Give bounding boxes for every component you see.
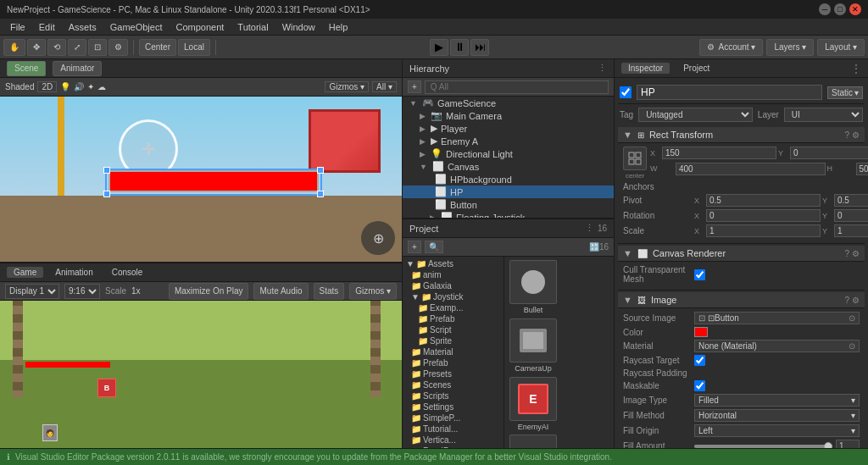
menu-window[interactable]: Window bbox=[275, 20, 322, 34]
menu-file[interactable]: File bbox=[3, 20, 32, 34]
asset-enemybul[interactable]: # EnemyBul... bbox=[508, 435, 559, 448]
fill-amount-thumb[interactable] bbox=[824, 442, 832, 449]
scene-fx-icon[interactable]: ✦ bbox=[87, 82, 94, 91]
component-help-icon[interactable]: ? bbox=[844, 130, 849, 140]
tab-animation[interactable]: Animation bbox=[48, 267, 99, 278]
hierarchy-item-floatingjoystick[interactable]: ▶ ⬜ Floating Joystick bbox=[403, 211, 614, 218]
menu-assets[interactable]: Assets bbox=[62, 20, 103, 34]
project-tree-presets[interactable]: 📁 Presets bbox=[403, 368, 504, 379]
tag-dropdown[interactable]: Untagged bbox=[638, 108, 753, 122]
project-options-icon[interactable]: ⋮ bbox=[585, 223, 594, 234]
scene-shaded-dropdown[interactable]: Shaded bbox=[5, 82, 34, 91]
local-button[interactable]: Local bbox=[178, 39, 210, 56]
project-tree-anim[interactable]: 📁 anim bbox=[403, 269, 504, 280]
hand-tool-button[interactable]: ✋ bbox=[3, 39, 25, 56]
hierarchy-add-button[interactable]: + bbox=[408, 80, 421, 93]
project-add-button[interactable]: + bbox=[408, 241, 421, 253]
hierarchy-item-enemya[interactable]: ▶ ▶ Enemy A bbox=[403, 135, 614, 147]
scene-all-dropdown[interactable]: All ▾ bbox=[372, 81, 397, 92]
rot-x-input[interactable] bbox=[706, 209, 821, 222]
move-tool-button[interactable]: ✥ bbox=[27, 39, 46, 56]
asset-enemyai[interactable]: E EnemyAI bbox=[508, 377, 559, 432]
canvas-renderer-header[interactable]: ▼ ⬜ Canvas Renderer ? ⚙ bbox=[618, 246, 865, 262]
menu-component[interactable]: Component bbox=[169, 20, 231, 34]
scale-tool-button[interactable]: ⤢ bbox=[68, 39, 86, 56]
image-help-icon[interactable]: ? bbox=[844, 296, 849, 305]
color-swatch[interactable] bbox=[694, 327, 708, 337]
hierarchy-item-canvas[interactable]: ▼ ⬜ Canvas bbox=[403, 160, 614, 173]
tab-animator[interactable]: Animator bbox=[53, 61, 102, 76]
project-tree-prefab[interactable]: 📁 Prefab bbox=[403, 313, 504, 324]
source-image-target-icon[interactable]: ⊙ bbox=[849, 313, 855, 323]
fill-amount-slider[interactable] bbox=[694, 440, 860, 448]
scale-x-input[interactable] bbox=[706, 224, 821, 237]
object-name-field[interactable] bbox=[637, 85, 822, 100]
project-tree-assets[interactable]: ▼ 📁 Assets bbox=[403, 258, 504, 269]
rect-tool-button[interactable]: ⊡ bbox=[88, 39, 107, 56]
asset-cameraup[interactable]: CameraUp bbox=[508, 318, 559, 374]
account-button[interactable]: ⚙Account ▾ bbox=[699, 39, 763, 56]
maximize-button[interactable]: □ bbox=[834, 3, 846, 15]
component-settings-icon[interactable]: ⚙ bbox=[852, 130, 860, 140]
rect-transform-header[interactable]: ▼ ⊞ Rect Transform ? ⚙ bbox=[618, 127, 865, 143]
tab-scene[interactable]: Scene bbox=[7, 61, 46, 76]
pivot-x-input[interactable] bbox=[706, 194, 821, 207]
cull-checkbox[interactable] bbox=[694, 269, 705, 280]
inspector-options-icon[interactable]: ⋮ bbox=[851, 63, 861, 75]
fill-method-dropdown[interactable]: Horizontal ▾ bbox=[694, 409, 860, 422]
hierarchy-search-input[interactable] bbox=[425, 80, 609, 94]
menu-help[interactable]: Help bbox=[322, 20, 355, 34]
canvas-renderer-help-icon[interactable]: ? bbox=[844, 249, 849, 258]
layer-dropdown[interactable]: UI bbox=[784, 108, 863, 122]
pos-x-input[interactable] bbox=[662, 147, 776, 159]
hierarchy-item-hpbackground[interactable]: ⬜ HPbackground bbox=[403, 173, 614, 185]
static-dropdown-icon[interactable]: ▾ bbox=[854, 88, 859, 97]
fill-amount-input[interactable] bbox=[836, 440, 860, 448]
rot-y-input[interactable] bbox=[834, 209, 868, 222]
project-tree-settings[interactable]: 📁 Settings bbox=[403, 401, 504, 412]
play-button[interactable]: ▶ bbox=[430, 39, 448, 56]
scene-light-icon[interactable]: 💡 bbox=[60, 82, 70, 91]
scene-sky-icon[interactable]: ☁ bbox=[97, 82, 106, 91]
stats-button[interactable]: Stats bbox=[314, 283, 345, 300]
project-tree-joystick[interactable]: ▼ 📁 Joystick bbox=[403, 291, 504, 302]
mute-audio-button[interactable]: Mute Audio bbox=[253, 283, 308, 300]
menu-gameobject[interactable]: GameObject bbox=[103, 20, 170, 34]
fill-origin-dropdown[interactable]: Left ▾ bbox=[694, 424, 860, 437]
project-tree-simplep[interactable]: 📁 SimpleP... bbox=[403, 412, 504, 423]
hierarchy-item-maincamera[interactable]: ▶ 📷 Main Camera bbox=[403, 109, 614, 122]
scene-2d-btn[interactable]: 2D bbox=[37, 81, 57, 92]
resolution-select[interactable]: 9:16 bbox=[64, 284, 100, 299]
layout-button[interactable]: Layout ▾ bbox=[817, 39, 865, 56]
project-search-button[interactable]: 🔍 bbox=[425, 241, 443, 253]
hierarchy-item-directionallight[interactable]: ▶ 💡 Directional Light bbox=[403, 147, 614, 160]
transform-tool-button[interactable]: ⚙ bbox=[108, 39, 128, 56]
pause-button[interactable]: ⏸ bbox=[450, 39, 469, 56]
project-tree-scripts[interactable]: 📁 Scripts bbox=[403, 390, 504, 401]
scene-audio-icon[interactable]: 🔊 bbox=[74, 82, 84, 91]
pos-y-input[interactable] bbox=[790, 147, 868, 159]
hierarchy-item-player[interactable]: ▶ ▶ Player bbox=[403, 122, 614, 135]
project-tree-tutorial[interactable]: 📁 Tutorial... bbox=[403, 423, 504, 435]
tab-console[interactable]: Console bbox=[105, 267, 150, 278]
hierarchy-item-button[interactable]: ⬜ Button bbox=[403, 198, 614, 211]
raycast-checkbox[interactable] bbox=[694, 355, 705, 366]
scale-y-input[interactable] bbox=[834, 224, 868, 237]
maximize-on-play-button[interactable]: Maximize On Play bbox=[169, 283, 249, 300]
scene-gizmos-dropdown[interactable]: Gizmos ▾ bbox=[325, 81, 369, 92]
project-tree-prefab2[interactable]: 📁 Prefab bbox=[403, 357, 504, 368]
image-header[interactable]: ▼ 🖼 Image ? ⚙ bbox=[618, 292, 865, 308]
project-tree-material[interactable]: 📁 Material bbox=[403, 346, 504, 357]
hierarchy-options-icon[interactable]: ⋮ bbox=[598, 63, 607, 74]
tab-inspector[interactable]: Inspector bbox=[621, 63, 670, 74]
hierarchy-item-gamescience[interactable]: ▼ 🎮 GameScience bbox=[403, 97, 614, 109]
layers-button[interactable]: Layers ▾ bbox=[766, 39, 814, 56]
rotate-tool-button[interactable]: ⟲ bbox=[47, 39, 66, 56]
menu-edit[interactable]: Edit bbox=[32, 20, 62, 34]
material-value[interactable]: None (Material) ⊙ bbox=[694, 340, 860, 352]
project-tree-galaxia[interactable]: 📁 Galaxia bbox=[403, 280, 504, 291]
project-tree-vertical[interactable]: 📁 Vertica... bbox=[403, 435, 504, 446]
tab-game[interactable]: Game bbox=[7, 267, 43, 278]
source-image-value[interactable]: ⊡ ⊡Button ⊙ bbox=[694, 312, 860, 324]
hierarchy-item-hp[interactable]: ⬜ HP bbox=[403, 185, 614, 198]
